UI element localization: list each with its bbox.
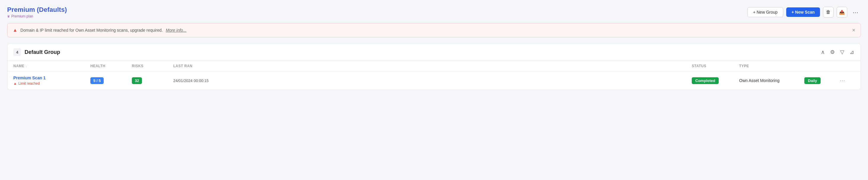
col-header-risks: RISKS [132, 64, 173, 68]
crown-icon: ♛ [7, 14, 10, 19]
col-header-actions [840, 64, 855, 68]
warning-triangle-icon: ▲ [13, 81, 17, 85]
page-title: Premium (Defaults) [7, 6, 67, 13]
group-settings-button[interactable]: ⚙ [830, 48, 835, 56]
status-badge: Completed [692, 77, 719, 84]
new-scan-button[interactable]: + New Scan [786, 7, 820, 17]
sort-icon-name: ↓ [26, 65, 27, 68]
group-filter-button[interactable]: ▽ [840, 48, 845, 56]
group-header: 4 Default Group ∧ ⚙ ▽ ⊿ [7, 43, 861, 61]
header-left: Premium (Defaults) ♛ Premium plan [7, 6, 67, 19]
status-cell: Completed [692, 77, 739, 84]
group-count: 4 [13, 48, 21, 56]
col-header-health: HEALTH [90, 64, 132, 68]
scan-name-cell: Premium Scan 1 ▲ Limit reached [13, 75, 90, 85]
plan-badge: ♛ Premium plan [7, 14, 67, 19]
alert-more-info-link[interactable]: More info... [166, 28, 187, 33]
table-row: Premium Scan 1 ▲ Limit reached 5 / 5 32 … [7, 71, 861, 90]
col-header-last-ran: LAST RAN [173, 64, 692, 68]
health-cell: 5 / 5 [90, 77, 132, 84]
alert-message: Domain & IP limit reached for Own Asset … [21, 28, 163, 33]
col-header-type: TYPE [739, 64, 804, 68]
scan-name-link[interactable]: Premium Scan 1 [13, 75, 90, 80]
col-header-name: NAME ↓ [13, 64, 90, 68]
row-more-button[interactable]: ··· [840, 78, 845, 84]
limit-reached-label: Limit reached [19, 81, 40, 85]
frequency-cell: Daily [804, 77, 840, 84]
group-collapse-button[interactable]: ∧ [820, 48, 825, 56]
gear-icon: ⚙ [830, 49, 835, 55]
group-actions: ∧ ⚙ ▽ ⊿ [820, 48, 855, 56]
group-card: 4 Default Group ∧ ⚙ ▽ ⊿ [7, 43, 861, 90]
pin-icon: ⊿ [849, 49, 854, 55]
scan-table: NAME ↓ HEALTH RISKS LAST RAN STATUS TYPE [7, 61, 861, 90]
risks-cell: 32 [132, 77, 173, 84]
type-cell: Own Asset Monitoring [739, 78, 804, 83]
frequency-badge: Daily [804, 77, 820, 84]
scan-warning: ▲ Limit reached [13, 81, 90, 85]
health-badge: 5 / 5 [90, 77, 104, 84]
plan-label: Premium plan [11, 14, 33, 19]
alert-warning-icon: ▲ [13, 28, 18, 33]
alert-close-button[interactable]: × [852, 28, 855, 33]
trash-icon: 🗑 [826, 9, 831, 15]
alert-content: ▲ Domain & IP limit reached for Own Asse… [13, 28, 187, 33]
chevron-up-icon: ∧ [821, 49, 825, 55]
group-pin-button[interactable]: ⊿ [849, 48, 855, 56]
filter-icon: ▽ [840, 49, 844, 55]
row-actions-cell: ··· [840, 78, 855, 84]
new-group-button[interactable]: + New Group [747, 7, 783, 17]
col-header-frequency [804, 64, 840, 68]
table-header: NAME ↓ HEALTH RISKS LAST RAN STATUS TYPE [7, 61, 861, 71]
trash-button[interactable]: 🗑 [823, 7, 834, 17]
group-header-left: 4 Default Group [13, 48, 60, 56]
export-icon: 📤 [839, 9, 845, 15]
col-header-status: STATUS [692, 64, 739, 68]
header-actions: + New Group + New Scan 🗑 📤 ··· [747, 7, 861, 17]
more-options-button[interactable]: ··· [850, 7, 861, 17]
page-header: Premium (Defaults) ♛ Premium plan + New … [7, 6, 861, 19]
export-button[interactable]: 📤 [837, 7, 847, 17]
last-ran-cell: 24/01/2024 00:00:15 [173, 78, 692, 83]
alert-banner: ▲ Domain & IP limit reached for Own Asse… [7, 23, 861, 37]
group-name: Default Group [25, 49, 60, 56]
risks-badge: 32 [132, 77, 142, 84]
